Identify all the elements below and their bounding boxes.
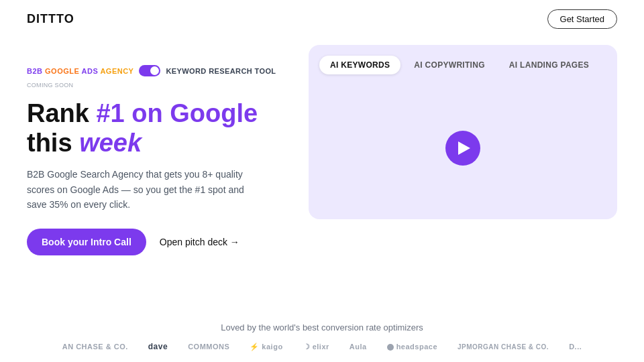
hero-description: B2B Google Search Agency that gets you 8… xyxy=(27,167,248,212)
cta-row: Book your Intro Call Open pitch deck → xyxy=(27,229,282,255)
logo-dave: dave xyxy=(148,342,168,351)
tab-ai-keywords[interactable]: AI KEYWORDS xyxy=(319,56,400,74)
headline-rank: Rank xyxy=(27,99,96,127)
video-card: AI KEYWORDS AI COPYWRITING AI LANDING PA… xyxy=(309,45,617,219)
hero-right: AI KEYWORDS AI COPYWRITING AI LANDING PA… xyxy=(309,45,617,219)
logo-kaigo: ⚡ kaigo xyxy=(250,343,282,351)
tabs-row: AI KEYWORDS AI COPYWRITING AI LANDING PA… xyxy=(319,56,606,74)
book-intro-call-button[interactable]: Book your Intro Call xyxy=(27,229,146,255)
play-icon xyxy=(458,141,470,155)
get-started-button[interactable]: Get Started xyxy=(547,9,617,29)
video-area xyxy=(319,88,606,208)
coming-soon-label: COMING SOON xyxy=(27,82,73,88)
logos-row: AN CHASE & CO. dave COMMONS ⚡ kaigo ☽ el… xyxy=(27,342,617,351)
logo-d: D... xyxy=(569,343,582,351)
main-section: B2B GOOGLE ADS AGENCY KEYWORD RESEARCH T… xyxy=(0,45,644,255)
logo-jpmorgan: JPMORGAN CHASE & CO. xyxy=(458,343,549,351)
hero-left: B2B GOOGLE ADS AGENCY KEYWORD RESEARCH T… xyxy=(27,45,282,255)
tag-line: B2B GOOGLE ADS AGENCY KEYWORD RESEARCH T… xyxy=(27,65,282,88)
keyword-label: KEYWORD RESEARCH TOOL xyxy=(166,67,276,75)
headline-week: week xyxy=(79,129,142,157)
headline-highlight1: #1 on Google xyxy=(96,99,258,127)
logos-section: Loved by the world's best conversion rat… xyxy=(0,322,644,362)
play-button[interactable] xyxy=(445,131,480,166)
keyword-toggle[interactable] xyxy=(139,65,160,76)
pitch-deck-link[interactable]: Open pitch deck → xyxy=(160,237,239,247)
logo-elixr: ☽ elixr xyxy=(303,343,329,351)
logo-commons: COMMONS xyxy=(188,343,229,351)
navbar: DITTTO Get Started xyxy=(0,0,644,38)
logo-aula: Aula xyxy=(350,343,367,351)
logo-headspace: headspace xyxy=(387,343,437,351)
logo: DITTTO xyxy=(27,12,74,26)
tab-ai-landing-pages[interactable]: AI LANDING PAGES xyxy=(498,56,600,74)
logos-title: Loved by the world's best conversion rat… xyxy=(27,322,617,333)
b2b-label: B2B GOOGLE ADS AGENCY xyxy=(27,67,133,75)
tab-ai-copywriting[interactable]: AI COPYWRITING xyxy=(403,56,496,74)
headline-this: this xyxy=(27,129,79,157)
headline: Rank #1 on Google this week xyxy=(27,99,282,158)
logo-chase: AN CHASE & CO. xyxy=(62,343,128,351)
